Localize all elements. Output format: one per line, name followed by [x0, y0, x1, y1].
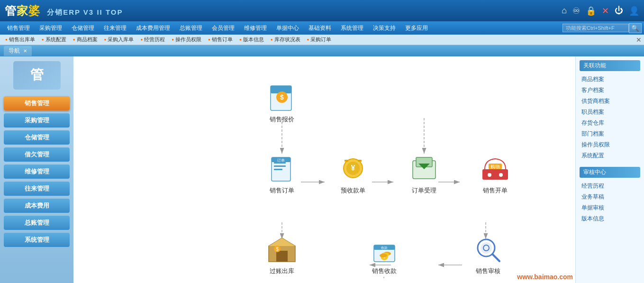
- nav-tab-guide[interactable]: 导航 ✕: [4, 46, 32, 56]
- link-supplier-archive[interactable]: 供货商档案: [580, 96, 640, 107]
- search-bar: 🔍: [562, 23, 642, 33]
- link-operator-rights[interactable]: 操作员权限: [580, 139, 640, 150]
- nav-system[interactable]: 系统管理: [336, 21, 368, 35]
- related-functions-title: 关联功能: [580, 60, 640, 71]
- link-customer-archive[interactable]: 客户档案: [580, 85, 640, 96]
- logo-subtitle: 分销ERP V3 II TOP: [47, 8, 123, 16]
- shouli-icon: [408, 154, 441, 184]
- svg-rect-26: [345, 160, 348, 162]
- nav-purchase[interactable]: 采购管理: [35, 21, 67, 35]
- close-icon[interactable]: ✕: [602, 6, 609, 16]
- sidebar-item-purchase[interactable]: 采购管理: [4, 113, 70, 128]
- svg-point-50: [481, 242, 492, 254]
- flow-item-kaidan[interactable]: 购物 销售开单: [474, 154, 517, 195]
- sidebar-item-borrow[interactable]: 借欠管理: [4, 147, 70, 162]
- svg-text:¥: ¥: [351, 164, 355, 172]
- user-icon[interactable]: 👤: [629, 6, 639, 16]
- link-dept-archive[interactable]: 部门档案: [580, 128, 640, 139]
- tab-version[interactable]: ●版本信息: [236, 36, 267, 44]
- tab-sales-out[interactable]: ●销售出库单: [2, 36, 38, 44]
- svg-text:管: 管: [30, 67, 44, 82]
- person-icon[interactable]: ♾: [572, 6, 580, 16]
- sidebar-item-sales[interactable]: 销售管理: [4, 96, 70, 110]
- link-sys-config[interactable]: 系统配置: [580, 150, 640, 161]
- nav-base[interactable]: 基础资料: [304, 21, 336, 35]
- flow-item-yukuan[interactable]: ¥ 预收款单: [332, 154, 374, 195]
- tab-inventory[interactable]: ●库存状况表: [268, 36, 303, 44]
- sidebar-item-system[interactable]: 系统管理: [4, 233, 70, 247]
- svg-rect-27: [358, 160, 362, 162]
- power-icon[interactable]: ⏻: [615, 6, 623, 16]
- nav-more[interactable]: 更多应用: [400, 21, 433, 35]
- nav-voucher[interactable]: 单据中心: [272, 21, 304, 35]
- right-section-audit: 审核中心 经营历程 业务草稿 单据审核 版本信息: [580, 167, 640, 224]
- nav-decision[interactable]: 决策支持: [368, 21, 400, 35]
- shouli-label: 订单受理: [412, 186, 436, 195]
- home-icon[interactable]: ⌂: [562, 6, 567, 16]
- nav-member[interactable]: 会员管理: [207, 21, 239, 35]
- link-version-info[interactable]: 版本信息: [580, 213, 640, 224]
- link-business-history[interactable]: 经营历程: [580, 181, 640, 192]
- svg-rect-31: [482, 169, 508, 180]
- svg-point-32: [488, 173, 491, 177]
- flow-item-guozhang[interactable]: $ 过账出库: [261, 234, 303, 275]
- svg-point-33: [499, 173, 503, 177]
- shoukuan-label: 销售收款: [372, 267, 397, 275]
- audit-center-title: 审核中心: [580, 167, 640, 178]
- kaidan-icon: 购物: [479, 154, 512, 184]
- sidebar: 管 销售管理 采购管理 仓储管理 借欠管理 维修管理 往来管理 成本费用 总账管…: [0, 56, 73, 283]
- search-button[interactable]: 🔍: [629, 23, 642, 33]
- tab-operator[interactable]: ●操作员权限: [169, 36, 204, 44]
- tab-goods[interactable]: ●商品档案: [70, 36, 100, 44]
- dingdan-icon: 订单: [265, 154, 299, 184]
- nav-tab-label: 导航: [9, 47, 20, 54]
- flow-item-shouli[interactable]: 订单受理: [403, 154, 445, 195]
- svg-text:$: $: [276, 246, 279, 252]
- flow-item-baojia[interactable]: $ 销售报价: [261, 82, 303, 124]
- sidebar-item-warehouse[interactable]: 仓储管理: [4, 130, 70, 145]
- baojia-label: 销售报价: [270, 115, 294, 124]
- shoukuan-icon: 收款 ¥: [368, 234, 401, 265]
- sidebar-item-contacts[interactable]: 往来管理: [4, 182, 70, 196]
- sidebar-logo-image: 管: [13, 61, 61, 90]
- main-layout: 管 销售管理 采购管理 仓储管理 借欠管理 维修管理 往来管理 成本费用 总账管…: [0, 56, 644, 283]
- tab-sys-config[interactable]: ●系统配置: [39, 36, 69, 44]
- tab-purchase-in[interactable]: ●采购入库单: [101, 36, 137, 44]
- lock-icon[interactable]: 🔒: [586, 6, 596, 16]
- baojia-icon: $: [265, 82, 299, 113]
- tab-sales-order[interactable]: ●销售订单: [205, 36, 236, 44]
- nav-tab-close-icon[interactable]: ✕: [23, 48, 27, 54]
- svg-text:购物: 购物: [490, 164, 500, 169]
- svg-rect-38: [276, 251, 288, 262]
- tab-purchase-order[interactable]: ●采购订单: [304, 36, 335, 44]
- flow-item-shenhe[interactable]: 销售审核: [467, 234, 509, 275]
- nav-ledger[interactable]: 总账管理: [175, 21, 207, 35]
- nav-warehouse[interactable]: 仓储管理: [67, 21, 99, 35]
- search-input[interactable]: [562, 24, 629, 32]
- flow-item-shoukuan[interactable]: 收款 ¥ 销售收款: [363, 234, 406, 275]
- tab-history[interactable]: ●经营历程: [137, 36, 168, 44]
- flow-diagram: $ 销售报价 订单 销售订单: [78, 61, 571, 278]
- right-section-related: 关联功能 商品档案 客户档案 供货商档案 职员档案 存货仓库 部门档案 操作员权…: [580, 60, 640, 161]
- flow-item-dingdan[interactable]: 订单 销售订单: [261, 154, 303, 195]
- link-staff-archive[interactable]: 职员档案: [580, 107, 640, 118]
- link-draft[interactable]: 业务草稿: [580, 192, 640, 202]
- sidebar-item-cost[interactable]: 成本费用: [4, 199, 70, 213]
- svg-text:$: $: [280, 93, 284, 101]
- svg-text:订单: 订单: [277, 158, 285, 163]
- nav-cost[interactable]: 成本费用管理: [131, 21, 175, 35]
- sidebar-item-ledger[interactable]: 总账管理: [4, 216, 70, 230]
- center-content: $ 销售报价 订单 销售订单: [73, 56, 575, 283]
- link-voucher-audit[interactable]: 单据审核: [580, 202, 640, 213]
- svg-point-48: [380, 254, 387, 257]
- nav-repair[interactable]: 维修管理: [239, 21, 272, 35]
- link-goods-archive[interactable]: 商品档案: [580, 74, 640, 85]
- guozhang-label: 过账出库: [270, 267, 294, 275]
- tabs-close-button[interactable]: ✕: [636, 36, 642, 44]
- yukuan-label: 预收款单: [341, 186, 365, 195]
- sidebar-item-repair[interactable]: 维修管理: [4, 164, 70, 179]
- dingdan-label: 销售订单: [270, 186, 294, 195]
- link-warehouse[interactable]: 存货仓库: [580, 118, 640, 128]
- nav-sales[interactable]: 销售管理: [2, 21, 35, 35]
- nav-contacts[interactable]: 往来管理: [99, 21, 131, 35]
